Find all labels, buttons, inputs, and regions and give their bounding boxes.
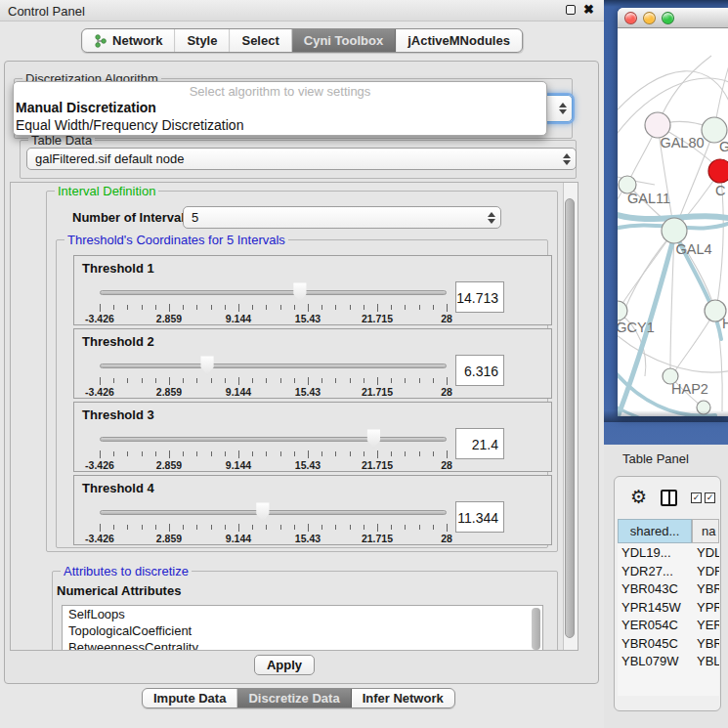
numerical-attributes-list[interactable]: SelfLoopsTopologicalCoefficientBetweenne…	[62, 605, 543, 651]
group-title: Interval Definition	[55, 184, 158, 198]
table-cell-shared-name[interactable]: YDR27...	[618, 563, 692, 581]
slider-tick	[155, 451, 156, 456]
slider-track[interactable]	[100, 510, 447, 515]
threshold-value-field[interactable]: 6.316	[455, 355, 504, 386]
table-header-row: shared... na	[618, 519, 719, 543]
number-of-intervals-combobox[interactable]: 5	[183, 206, 501, 229]
column-layout-icon[interactable]	[661, 490, 677, 506]
tab-discretize-data[interactable]: Discretize Data	[237, 689, 351, 707]
table-row[interactable]: YBR043CYBR0	[618, 580, 719, 599]
combo-stepper-icon[interactable]	[485, 212, 500, 224]
combo-stepper-icon[interactable]	[560, 153, 576, 165]
table-row[interactable]: YER054CYER0	[618, 617, 719, 635]
tick-label: 15.43	[295, 459, 321, 471]
table-cell-name[interactable]: YDL1	[692, 544, 719, 563]
table-cell-name[interactable]: YER0	[692, 617, 719, 635]
tab-select[interactable]: Select	[230, 29, 291, 52]
network-graph[interactable]: GAL80GACGAL11GAL4GCY1HHAP2	[618, 28, 728, 416]
checked-checkbox-icon[interactable]: ✓	[705, 492, 715, 503]
list-item[interactable]: TopologicalCoefficient	[63, 622, 542, 639]
table-row[interactable]: YPR145WYPR1	[618, 599, 719, 618]
threshold-value-field[interactable]: 21.4	[455, 428, 504, 459]
apply-button[interactable]: Apply	[254, 655, 315, 675]
network-node[interactable]	[662, 218, 687, 243]
table-cell-name[interactable]: YBR0	[692, 635, 719, 654]
close-traffic-light-icon[interactable]	[624, 12, 637, 24]
table-cell-name[interactable]: YDR2	[692, 563, 719, 581]
slider-tick	[405, 451, 406, 456]
tab-cyni-toolbox[interactable]: Cyni Toolbox	[292, 29, 396, 52]
slider-tick	[280, 305, 281, 310]
table-cell-name[interactable]: YPR1	[692, 599, 719, 618]
tab-style[interactable]: Style	[175, 29, 230, 52]
tick-label: 2.859	[156, 533, 182, 544]
slider-tick	[419, 451, 420, 456]
slider-tick	[308, 524, 309, 532]
combo-stepper-icon[interactable]	[556, 103, 572, 114]
slider-track[interactable]	[100, 437, 447, 442]
table-cell-shared-name[interactable]: YBL079W	[618, 653, 692, 669]
slider-tick	[335, 305, 336, 310]
tick-label: 15.43	[295, 386, 321, 398]
slider-tick	[238, 377, 239, 385]
tab-network[interactable]: Network	[82, 29, 175, 52]
network-canvas[interactable]: GAL80GACGAL11GAL4GCY1HHAP2	[618, 28, 728, 416]
slider-tick	[280, 451, 281, 456]
table-cell-shared-name[interactable]: YDL19...	[618, 544, 692, 563]
threshold-slider[interactable]: -3.4262.8599.14415.4321.71528	[100, 355, 447, 398]
dropdown-option-manual-discretization[interactable]: Manual Discretization	[14, 99, 546, 116]
list-scrollbar[interactable]	[532, 608, 540, 650]
slider-thumb[interactable]	[292, 282, 307, 302]
threshold-value-field[interactable]: 11.344	[455, 501, 504, 533]
table-cell-shared-name[interactable]: YER054C	[618, 617, 692, 635]
zoom-traffic-light-icon[interactable]	[662, 12, 674, 24]
slider-thumb[interactable]	[200, 356, 215, 375]
list-item[interactable]: BetweennessCentrality	[63, 639, 542, 651]
scrollbar-thumb[interactable]	[565, 198, 575, 638]
threshold-slider[interactable]: -3.4262.8599.14415.4321.71528	[100, 501, 447, 544]
tick-label: -3.426	[85, 533, 114, 544]
network-node[interactable]	[708, 159, 728, 183]
column-header-name[interactable]: na	[692, 519, 719, 543]
float-window-icon[interactable]	[566, 5, 576, 15]
slider-tick	[142, 525, 143, 530]
gear-icon[interactable]: ⚙	[630, 489, 647, 506]
tick-label: 2.859	[156, 313, 182, 324]
network-window-titlebar[interactable]	[618, 8, 728, 28]
table-cell-shared-name[interactable]: YPR145W	[618, 599, 692, 618]
slider-tick	[405, 305, 406, 310]
slider-tick	[196, 451, 197, 456]
slider-thumb[interactable]	[366, 429, 381, 449]
column-header-shared-name[interactable]: shared...	[618, 519, 692, 543]
slider-tick	[155, 378, 156, 383]
slider-track[interactable]	[100, 290, 447, 295]
table-cell-shared-name[interactable]: YBR043C	[618, 580, 692, 599]
table-cell-shared-name[interactable]: YBR045C	[618, 635, 692, 654]
tab-impute-data[interactable]: Impute Data	[143, 689, 237, 707]
dropdown-option-equal-width-frequency[interactable]: Equal Width/Frequency Discretization	[14, 116, 546, 134]
list-item[interactable]: SelfLoops	[63, 606, 542, 622]
slider-thumb[interactable]	[255, 502, 270, 522]
table-row[interactable]: YBL079WYBL0	[618, 653, 719, 669]
threshold-slider[interactable]: -3.4262.8599.14415.4321.71528	[100, 281, 447, 324]
slider-tick	[350, 451, 351, 456]
close-icon[interactable]: ✖	[583, 4, 594, 16]
table-cell-name[interactable]: YBL0	[692, 653, 719, 669]
tab-jactivemnodules[interactable]: jActiveMNodules	[396, 29, 522, 52]
table-row[interactable]: YDL19...YDL1	[618, 544, 719, 563]
threshold-slider[interactable]: -3.4262.8599.14415.4321.71528	[100, 428, 447, 471]
table-cell-name[interactable]: YBR0	[692, 580, 719, 599]
checked-checkbox-icon[interactable]: ✓	[691, 492, 702, 503]
table-data-combobox[interactable]: galFiltered.sif default node	[26, 148, 577, 170]
slider-tick	[419, 305, 420, 310]
slider-tick	[447, 450, 448, 458]
slider-track[interactable]	[100, 364, 447, 368]
table-row[interactable]: YBR045CYBR0	[618, 635, 719, 654]
tab-infer-network[interactable]: Infer Network	[352, 689, 454, 707]
network-node[interactable]	[618, 301, 627, 321]
minimize-traffic-light-icon[interactable]	[643, 12, 656, 24]
slider-tick	[142, 378, 143, 383]
table-row[interactable]: YDR27...YDR2	[618, 563, 719, 581]
threshold-value-field[interactable]: 14.713	[455, 281, 504, 313]
slider-tick	[405, 378, 406, 383]
